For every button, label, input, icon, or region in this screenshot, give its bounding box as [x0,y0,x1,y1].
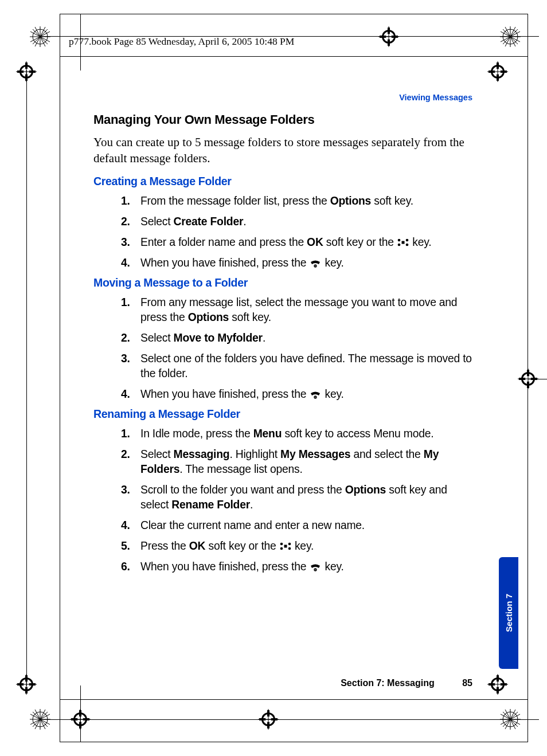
svg-point-109 [406,238,409,241]
svg-point-111 [406,243,409,246]
subheading: Moving a Message to a Folder [93,276,472,289]
step-list: 1.From the message folder list, press th… [93,194,472,271]
registration-cross-icon [378,26,399,47]
svg-point-119 [280,547,283,550]
svg-rect-121 [284,545,287,548]
svg-point-110 [398,243,401,246]
step-list: 1.From any message list, select the mess… [93,295,472,402]
svg-rect-112 [402,241,405,244]
list-item: 4.When you have finished, press the key. [140,387,472,402]
list-item: 2.Select Move to Myfolder. [140,331,472,346]
svg-point-117 [280,543,283,546]
crop-line [80,686,81,742]
list-item: 3.Select one of the folders you have def… [140,351,472,381]
crop-line [26,70,27,686]
list-item: 5.Press the OK soft key or the key. [140,539,472,554]
list-item: 4.When you have finished, press the key. [140,256,472,271]
nav-key-icon [279,542,292,551]
subheading: Renaming a Message Folder [93,408,472,421]
crop-line [528,379,547,379]
page-body: Managing Your Own Message Folders You ca… [93,112,472,581]
svg-point-108 [398,238,401,241]
list-item: 1.In Idle mode, press the Menu soft key … [140,426,472,441]
end-key-icon [309,390,322,399]
page-footer: Section 7: Messaging 85 [341,678,472,688]
page-number: 85 [462,678,472,688]
subheading: Creating a Message Folder [93,175,472,188]
crop-line [40,719,539,720]
list-item: 6.When you have finished, press the key. [140,559,472,574]
registration-cross-icon [487,674,508,695]
running-head: Viewing Messages [399,93,472,102]
svg-point-118 [288,543,291,546]
nav-key-icon [397,238,409,247]
list-item: 3.Enter a folder name and press the OK s… [140,235,472,250]
registration-cross-icon [487,61,508,82]
list-item: 1.From any message list, select the mess… [140,295,472,325]
end-key-icon [309,258,322,268]
registration-starburst-icon [30,26,50,47]
end-key-icon [309,562,322,571]
registration-starburst-icon [500,26,521,47]
pdf-header: p777.book Page 85 Wednesday, April 6, 20… [69,36,294,48]
footer-section: Section 7: Messaging [341,678,435,688]
list-item: 2.Select Messaging. Highlight My Message… [140,447,472,477]
list-item: 4.Clear the current name and enter a new… [140,518,472,533]
list-item: 1.From the message folder list, press th… [140,194,472,209]
list-item: 2.Select Create Folder. [140,214,472,229]
step-list: 1.In Idle mode, press the Menu soft key … [93,426,472,574]
intro-paragraph: You can create up to 5 message folders t… [93,134,472,167]
svg-point-120 [288,547,291,550]
section-tab-label: Section 7 [504,594,514,632]
section-tab: Section 7 [499,557,518,669]
list-item: 3.Scroll to the folder you want and pres… [140,483,472,512]
page-title: Managing Your Own Message Folders [93,112,472,127]
